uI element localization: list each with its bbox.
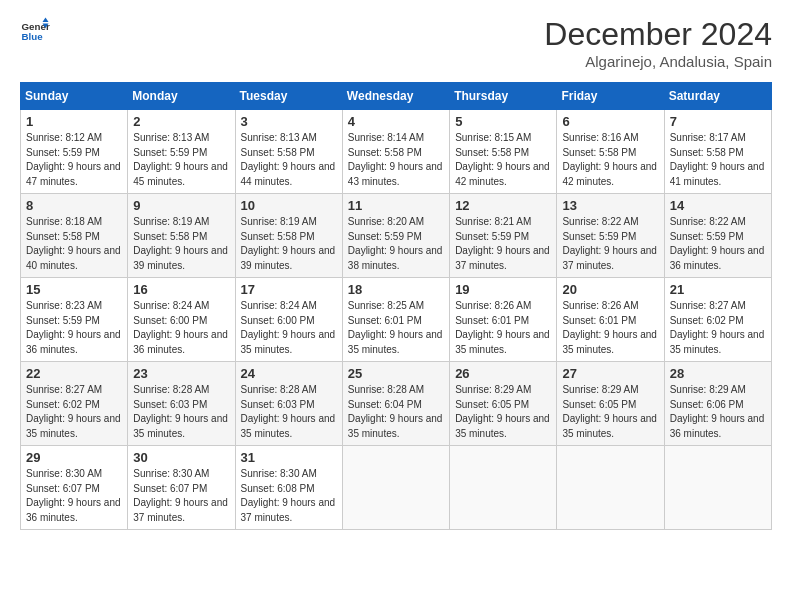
day-info: Sunrise: 8:13 AMSunset: 5:58 PMDaylight:… — [241, 131, 337, 189]
day-number: 26 — [455, 366, 551, 381]
calendar-week-row: 22Sunrise: 8:27 AMSunset: 6:02 PMDayligh… — [21, 362, 772, 446]
day-info: Sunrise: 8:26 AMSunset: 6:01 PMDaylight:… — [562, 299, 658, 357]
day-number: 3 — [241, 114, 337, 129]
day-number: 17 — [241, 282, 337, 297]
day-number: 24 — [241, 366, 337, 381]
calendar-cell — [342, 446, 449, 530]
calendar-cell: 18Sunrise: 8:25 AMSunset: 6:01 PMDayligh… — [342, 278, 449, 362]
day-info: Sunrise: 8:25 AMSunset: 6:01 PMDaylight:… — [348, 299, 444, 357]
calendar-cell: 22Sunrise: 8:27 AMSunset: 6:02 PMDayligh… — [21, 362, 128, 446]
day-info: Sunrise: 8:12 AMSunset: 5:59 PMDaylight:… — [26, 131, 122, 189]
svg-text:Blue: Blue — [22, 31, 44, 42]
calendar-cell: 21Sunrise: 8:27 AMSunset: 6:02 PMDayligh… — [664, 278, 771, 362]
day-number: 6 — [562, 114, 658, 129]
calendar-cell — [557, 446, 664, 530]
calendar-cell: 12Sunrise: 8:21 AMSunset: 5:59 PMDayligh… — [450, 194, 557, 278]
calendar-cell: 23Sunrise: 8:28 AMSunset: 6:03 PMDayligh… — [128, 362, 235, 446]
calendar-cell: 5Sunrise: 8:15 AMSunset: 5:58 PMDaylight… — [450, 110, 557, 194]
day-number: 12 — [455, 198, 551, 213]
calendar-cell: 3Sunrise: 8:13 AMSunset: 5:58 PMDaylight… — [235, 110, 342, 194]
day-info: Sunrise: 8:28 AMSunset: 6:03 PMDaylight:… — [133, 383, 229, 441]
day-info: Sunrise: 8:29 AMSunset: 6:06 PMDaylight:… — [670, 383, 766, 441]
calendar-cell: 2Sunrise: 8:13 AMSunset: 5:59 PMDaylight… — [128, 110, 235, 194]
day-info: Sunrise: 8:30 AMSunset: 6:08 PMDaylight:… — [241, 467, 337, 525]
day-number: 15 — [26, 282, 122, 297]
calendar-cell: 4Sunrise: 8:14 AMSunset: 5:58 PMDaylight… — [342, 110, 449, 194]
calendar-cell: 26Sunrise: 8:29 AMSunset: 6:05 PMDayligh… — [450, 362, 557, 446]
day-info: Sunrise: 8:27 AMSunset: 6:02 PMDaylight:… — [670, 299, 766, 357]
day-number: 22 — [26, 366, 122, 381]
location-subtitle: Algarinejo, Andalusia, Spain — [544, 53, 772, 70]
calendar-week-row: 29Sunrise: 8:30 AMSunset: 6:07 PMDayligh… — [21, 446, 772, 530]
weekday-header: Wednesday — [342, 83, 449, 110]
day-number: 23 — [133, 366, 229, 381]
calendar-cell: 25Sunrise: 8:28 AMSunset: 6:04 PMDayligh… — [342, 362, 449, 446]
day-number: 2 — [133, 114, 229, 129]
calendar-table: SundayMondayTuesdayWednesdayThursdayFrid… — [20, 82, 772, 530]
day-info: Sunrise: 8:22 AMSunset: 5:59 PMDaylight:… — [670, 215, 766, 273]
calendar-cell: 31Sunrise: 8:30 AMSunset: 6:08 PMDayligh… — [235, 446, 342, 530]
day-number: 9 — [133, 198, 229, 213]
day-number: 25 — [348, 366, 444, 381]
calendar-cell — [450, 446, 557, 530]
day-number: 19 — [455, 282, 551, 297]
calendar-cell: 13Sunrise: 8:22 AMSunset: 5:59 PMDayligh… — [557, 194, 664, 278]
day-number: 10 — [241, 198, 337, 213]
day-info: Sunrise: 8:28 AMSunset: 6:04 PMDaylight:… — [348, 383, 444, 441]
day-info: Sunrise: 8:19 AMSunset: 5:58 PMDaylight:… — [241, 215, 337, 273]
calendar-cell: 20Sunrise: 8:26 AMSunset: 6:01 PMDayligh… — [557, 278, 664, 362]
day-info: Sunrise: 8:29 AMSunset: 6:05 PMDaylight:… — [455, 383, 551, 441]
day-number: 11 — [348, 198, 444, 213]
day-number: 27 — [562, 366, 658, 381]
day-info: Sunrise: 8:24 AMSunset: 6:00 PMDaylight:… — [241, 299, 337, 357]
calendar-week-row: 15Sunrise: 8:23 AMSunset: 5:59 PMDayligh… — [21, 278, 772, 362]
day-info: Sunrise: 8:30 AMSunset: 6:07 PMDaylight:… — [26, 467, 122, 525]
day-info: Sunrise: 8:16 AMSunset: 5:58 PMDaylight:… — [562, 131, 658, 189]
day-info: Sunrise: 8:15 AMSunset: 5:58 PMDaylight:… — [455, 131, 551, 189]
calendar-cell: 14Sunrise: 8:22 AMSunset: 5:59 PMDayligh… — [664, 194, 771, 278]
day-number: 29 — [26, 450, 122, 465]
day-number: 8 — [26, 198, 122, 213]
calendar-cell: 28Sunrise: 8:29 AMSunset: 6:06 PMDayligh… — [664, 362, 771, 446]
weekday-header: Monday — [128, 83, 235, 110]
calendar-cell: 8Sunrise: 8:18 AMSunset: 5:58 PMDaylight… — [21, 194, 128, 278]
calendar-cell — [664, 446, 771, 530]
day-number: 4 — [348, 114, 444, 129]
calendar-cell: 9Sunrise: 8:19 AMSunset: 5:58 PMDaylight… — [128, 194, 235, 278]
calendar-cell: 7Sunrise: 8:17 AMSunset: 5:58 PMDaylight… — [664, 110, 771, 194]
svg-marker-2 — [43, 18, 49, 23]
day-info: Sunrise: 8:20 AMSunset: 5:59 PMDaylight:… — [348, 215, 444, 273]
day-info: Sunrise: 8:19 AMSunset: 5:58 PMDaylight:… — [133, 215, 229, 273]
day-number: 14 — [670, 198, 766, 213]
day-info: Sunrise: 8:26 AMSunset: 6:01 PMDaylight:… — [455, 299, 551, 357]
calendar-cell: 19Sunrise: 8:26 AMSunset: 6:01 PMDayligh… — [450, 278, 557, 362]
day-info: Sunrise: 8:30 AMSunset: 6:07 PMDaylight:… — [133, 467, 229, 525]
page-header: General Blue December 2024 Algarinejo, A… — [20, 16, 772, 70]
day-info: Sunrise: 8:24 AMSunset: 6:00 PMDaylight:… — [133, 299, 229, 357]
title-block: December 2024 Algarinejo, Andalusia, Spa… — [544, 16, 772, 70]
logo-icon: General Blue — [20, 16, 50, 46]
day-number: 21 — [670, 282, 766, 297]
calendar-cell: 29Sunrise: 8:30 AMSunset: 6:07 PMDayligh… — [21, 446, 128, 530]
day-number: 18 — [348, 282, 444, 297]
day-info: Sunrise: 8:23 AMSunset: 5:59 PMDaylight:… — [26, 299, 122, 357]
day-number: 28 — [670, 366, 766, 381]
day-info: Sunrise: 8:18 AMSunset: 5:58 PMDaylight:… — [26, 215, 122, 273]
calendar-week-row: 1Sunrise: 8:12 AMSunset: 5:59 PMDaylight… — [21, 110, 772, 194]
day-number: 13 — [562, 198, 658, 213]
weekday-header: Tuesday — [235, 83, 342, 110]
day-number: 16 — [133, 282, 229, 297]
weekday-header: Saturday — [664, 83, 771, 110]
weekday-header: Thursday — [450, 83, 557, 110]
day-info: Sunrise: 8:14 AMSunset: 5:58 PMDaylight:… — [348, 131, 444, 189]
day-info: Sunrise: 8:17 AMSunset: 5:58 PMDaylight:… — [670, 131, 766, 189]
day-number: 30 — [133, 450, 229, 465]
weekday-header: Friday — [557, 83, 664, 110]
day-number: 20 — [562, 282, 658, 297]
calendar-cell: 27Sunrise: 8:29 AMSunset: 6:05 PMDayligh… — [557, 362, 664, 446]
weekday-header: Sunday — [21, 83, 128, 110]
day-info: Sunrise: 8:21 AMSunset: 5:59 PMDaylight:… — [455, 215, 551, 273]
day-info: Sunrise: 8:29 AMSunset: 6:05 PMDaylight:… — [562, 383, 658, 441]
day-number: 7 — [670, 114, 766, 129]
calendar-week-row: 8Sunrise: 8:18 AMSunset: 5:58 PMDaylight… — [21, 194, 772, 278]
